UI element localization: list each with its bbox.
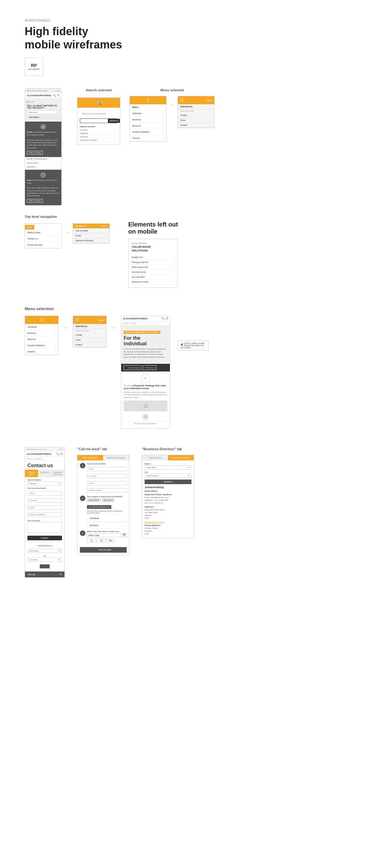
enquiry-select[interactable]: General ▼ [28,482,62,486]
grow-icon: 🌿 [40,172,46,178]
clear-products-btn[interactable]: CLEAR ALL PRODUCTS [87,505,111,509]
sitemap-bar[interactable]: Sitemap ▼ [25,571,64,577]
dropdown-home[interactable]: Your home ▼ [27,110,60,114]
nav-biz-dir[interactable]: Business Directory [73,238,109,243]
cmb-email[interactable] [87,481,127,485]
cmb-tab-biz[interactable]: Business Directory [103,455,129,460]
car-select[interactable]: car rental ▼ [28,558,62,562]
menu-item-individual[interactable]: Individual› [130,111,166,117]
nav-call-back[interactable]: Call me back [73,228,109,233]
calendar-icon[interactable]: 📅 [122,533,127,537]
cmb-name[interactable] [87,467,127,471]
email-input[interactable] [28,505,62,510]
cmb-submit-btn[interactable]: 📞 Call me back [80,547,127,553]
s2-menu-business[interactable]: Business› [25,330,58,336]
s2-create[interactable]: Create [73,333,106,338]
budgeting-link[interactable]: BUDGETING > [25,161,61,165]
sub-menu-protect[interactable]: Protect [178,123,214,128]
tab-call-back[interactable]: Call me back [25,470,38,477]
search-input[interactable] [80,119,108,123]
name-input[interactable] [28,491,62,496]
popular-item-budgeting[interactable]: budgeting [80,132,117,135]
biz-search-button[interactable]: SEARCH [145,479,192,484]
s2-menu-careers[interactable]: Careers› [25,349,58,355]
surname-input[interactable] [28,498,62,503]
find-out-more-1[interactable]: FIND OUT MORE [27,151,43,155]
tab-email[interactable]: Email us [38,470,52,477]
region-select[interactable]: South Africa ▼ [145,465,192,470]
ind-search-icon[interactable]: 🔍 [162,317,165,320]
mobile-input[interactable] [28,513,62,517]
ind-hero-body: Lorem ipsum dolor sit amet, consectetur … [124,348,167,358]
s2-grow[interactable]: Grow [73,338,106,342]
sub-menu-create[interactable]: Create [178,113,214,118]
contact-menu-icon[interactable]: ☰ [61,453,63,456]
popular-item-executive[interactable]: executive committee [80,138,117,142]
elem-savings-proj[interactable]: Savings projector› [132,260,174,265]
ind-menu-icon[interactable]: ☰ [166,317,168,320]
submit-button[interactable]: › [40,564,49,568]
s2-menu-investor[interactable]: Investor Relations› [25,342,58,349]
menu-item-business[interactable]: Business› [130,117,166,123]
search-button[interactable]: SEARCH [108,119,120,123]
call-me-back-button[interactable]: 📞 Call me back [124,365,141,370]
tab-biz-dir[interactable]: Business Directory [51,470,64,477]
s2-sub-back[interactable]: < Back [97,319,104,321]
menu-item-investor[interactable]: Investor Relations› [130,129,166,135]
biz-tab-active[interactable]: Business Directory [168,455,194,460]
logo-sub: AXURЕРР [28,68,40,71]
product-in-plus[interactable]: IN PLUS ✕ [102,498,114,502]
date-select[interactable]: Select a date [87,533,121,537]
enquire-button[interactable]: Enquire [28,536,62,540]
savings-link[interactable]: SAVINGS > [25,165,61,169]
product-business[interactable]: Business› [87,522,127,529]
sub-nav-back[interactable]: < Back [100,225,107,227]
product-life-risk[interactable]: Life & Risk ✕ [87,498,101,502]
elem-budget-tool[interactable]: Budget Tool› [132,255,174,260]
money-link[interactable]: MONEY MANAGEMENT > [25,157,61,161]
find-out-more-2[interactable]: FIND OUT MORE [27,199,43,203]
cmb-surname[interactable] [87,474,127,478]
product-individual[interactable]: Individual› [87,515,127,522]
menu-item-about[interactable]: About us› [130,123,166,129]
cmb-mobile[interactable] [87,488,127,493]
ampm-input[interactable]: PM [107,539,114,542]
biz-dir-section-title: "Business Directory" tab [142,447,194,451]
img-icon-2: 🖼 [142,414,148,420]
building-map-link[interactable]: Building entrance map > [145,521,192,523]
popular-item-insurance[interactable]: insurance [80,135,117,138]
nav-online-services[interactable]: Online Services› [25,242,61,248]
nav-contact-us[interactable]: Contact us› [25,236,61,242]
search-icon[interactable]: 🔍 [53,94,56,97]
quote-select[interactable]: get a quote ▼ [28,549,62,553]
s2-sub-header: Individual [73,324,106,329]
cmb-tab-active[interactable]: CALL ME BACK [77,455,103,460]
s2-menu-about[interactable]: About us› [25,336,58,342]
biz-head-offices: Head Offices [145,490,192,492]
hour-input[interactable]: 12 [87,539,96,542]
elem-tax-calc[interactable]: Tax calculator› [132,275,174,280]
main-title: High fidelity mobile wireframes [25,25,345,51]
city-select[interactable]: Johannesburg ▼ [145,474,192,478]
minute-input[interactable]: 30 [97,539,106,542]
contact-search-icon[interactable]: 🔍 [56,453,59,456]
search-panel-header: 🔍 [77,98,120,108]
s2-protect[interactable]: Protect [73,342,106,347]
nav-media-center[interactable]: Media Center› [25,229,61,236]
tag-label: WIREFRAMES [25,19,345,22]
message-textarea[interactable] [28,522,62,533]
menu-icon[interactable]: ☰ [57,94,60,97]
elem-retire-cover[interactable]: Retirement Cover› [132,280,174,284]
search-input-row[interactable]: SEARCH [80,119,117,123]
sub-menu-grow[interactable]: Grow [178,118,214,123]
s2-menu-individual[interactable]: Individual› [25,324,58,330]
biz-tab-cmb[interactable]: Call me back [142,455,168,460]
elem-debt-rep[interactable]: Debt repayments› [132,265,174,270]
nav-email[interactable]: Email [73,233,109,238]
sub-menu-back[interactable]: < Back [205,99,212,101]
popular-item-investing[interactable]: investing [80,128,117,132]
elem-annuity[interactable]: Annuity bureau› [132,270,174,275]
email-us-button[interactable]: ✉ Email us [143,365,156,370]
get-info-button[interactable]: GET INFO > [27,115,60,119]
menu-item-careers[interactable]: Careers› [130,135,166,141]
